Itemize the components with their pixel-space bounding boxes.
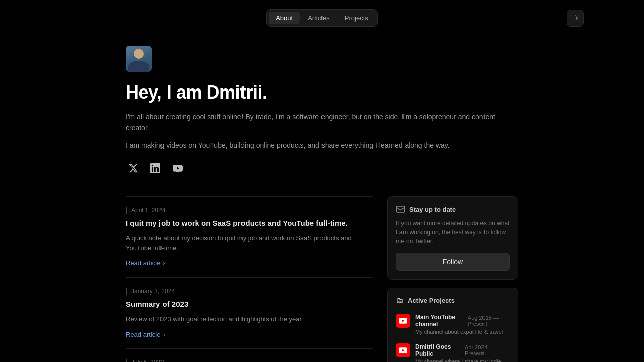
- article-item: April 1, 2024 I quit my job to work on S…: [126, 196, 373, 277]
- read-article-link[interactable]: Read article ›: [126, 259, 165, 267]
- article-date: July 5, 2023: [126, 359, 373, 362]
- stay-up-to-date-desc: If you want more detailed updates on wha…: [396, 219, 510, 246]
- page: About Articles Projects ☽ Hey, I am Dmit…: [0, 0, 644, 362]
- youtube-project-icon: [396, 314, 410, 328]
- read-article-link[interactable]: Read article ›: [126, 331, 165, 338]
- main-content: April 1, 2024 I quit my job to work on S…: [116, 196, 528, 362]
- hero-section: Hey, I am Dmitrii. I'm all about creatin…: [116, 36, 528, 196]
- briefcase-icon: 🗂: [396, 296, 404, 305]
- project-desc: My channel about expat life & travel: [415, 329, 510, 335]
- sidebar: Stay up to date If you want more detaile…: [387, 196, 518, 362]
- twitter-icon[interactable]: [126, 161, 141, 176]
- youtube-project-icon-2: [396, 343, 410, 357]
- article-excerpt: A quick note about my decision to quit m…: [126, 233, 373, 253]
- articles-column: April 1, 2024 I quit my job to work on S…: [126, 196, 373, 362]
- nav-link-about[interactable]: About: [269, 12, 300, 24]
- follow-button[interactable]: Follow: [396, 253, 510, 271]
- active-projects-header: 🗂 Active Projects: [396, 296, 510, 305]
- hero-title: Hey, I am Dmitrii.: [126, 82, 518, 103]
- project-item: Main YouTube channel Aug 2018 — Present …: [396, 310, 510, 339]
- youtube-icon[interactable]: [170, 161, 185, 176]
- navbar: About Articles Projects ☽: [0, 0, 644, 36]
- article-title: I quit my job to work on SaaS products a…: [126, 218, 373, 228]
- project-dates: Aug 2018 — Present: [468, 315, 510, 327]
- project-name: Dmitrii Goes Public: [415, 343, 465, 357]
- nav-link-projects[interactable]: Projects: [338, 12, 375, 24]
- theme-toggle-button[interactable]: ☽: [567, 10, 584, 27]
- project-info: Dmitrii Goes Public Apr 2024 — Present M…: [415, 343, 510, 362]
- article-date: April 1, 2024: [126, 207, 373, 214]
- svg-rect-0: [397, 206, 405, 212]
- article-title: Summary of 2023: [126, 299, 373, 309]
- avatar: [126, 46, 152, 72]
- article-date: January 3, 2024: [126, 288, 373, 295]
- project-name: Main YouTube channel: [415, 314, 468, 328]
- article-item: January 3, 2024 Summary of 2023 Review o…: [126, 277, 373, 348]
- project-desc: My channel where I share my Indie hackin…: [415, 358, 510, 362]
- linkedin-icon[interactable]: [148, 161, 163, 176]
- article-excerpt: Review of 2023 with goal reflection and …: [126, 314, 373, 324]
- nav-link-articles[interactable]: Articles: [301, 12, 337, 24]
- hero-desc-1: I'm all about creating cool stuff online…: [126, 111, 518, 134]
- project-item: Dmitrii Goes Public Apr 2024 — Present M…: [396, 339, 510, 362]
- social-icons-row: [126, 161, 518, 176]
- project-info: Main YouTube channel Aug 2018 — Present …: [415, 314, 510, 335]
- active-projects-card: 🗂 Active Projects Main YouTube channel A…: [387, 288, 518, 362]
- stay-up-to-date-card: Stay up to date If you want more detaile…: [387, 196, 518, 280]
- nav-links-container: About Articles Projects: [266, 9, 378, 27]
- stay-up-to-date-header: Stay up to date: [396, 205, 510, 214]
- project-dates: Apr 2024 — Present: [465, 344, 510, 356]
- envelope-icon: [396, 205, 405, 214]
- hero-desc-2: I am making videos on YouTube, building …: [126, 140, 518, 151]
- article-item: July 5, 2023 YouTube Report - Q2 2023: [126, 348, 373, 362]
